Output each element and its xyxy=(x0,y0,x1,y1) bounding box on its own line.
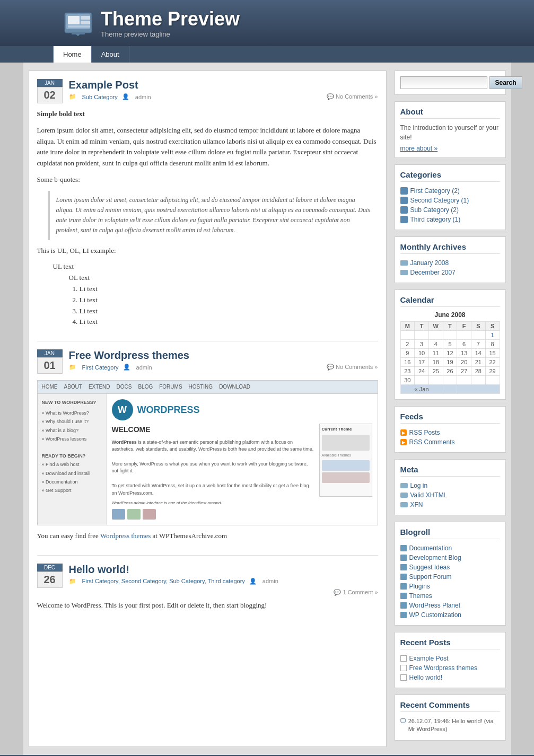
post-title-2[interactable]: Free Wordpress themes xyxy=(69,349,378,362)
about-widget: About The introduction to yourself or yo… xyxy=(395,101,506,158)
cal-cell: 14 xyxy=(471,349,486,358)
wp-nav-bar: HOME ABOUT EXTEND DOCS BLOG FORUMS HOSTI… xyxy=(38,381,378,394)
recent-post-2: Free Wordpress themes xyxy=(400,663,500,673)
meta-item-2[interactable]: Valid XHTML xyxy=(400,490,500,500)
cal-cell: 16 xyxy=(400,358,415,367)
cal-cell: 28 xyxy=(471,367,486,376)
post-body-3: Welcome to WordPress. This is your first… xyxy=(37,600,378,611)
folder-icon-2: 📁 xyxy=(69,364,76,371)
meta-item-3[interactable]: XFN xyxy=(400,500,500,509)
calendar-content: June 2008 M T W T F S S xyxy=(400,311,500,394)
blogroll-item-3[interactable]: Suggest Ideas xyxy=(400,562,500,572)
cal-cell: 4 xyxy=(428,340,443,349)
valid-icon-1 xyxy=(400,493,408,498)
wp-ready-link3: » Documentation xyxy=(42,478,102,486)
post-title-3[interactable]: Hello world! xyxy=(69,564,378,576)
cat-icon-1 xyxy=(400,187,408,195)
recent-posts-content: Example Post Free Wordpress themes Hello… xyxy=(400,654,500,682)
search-input[interactable] xyxy=(400,76,487,89)
post-day-3: 26 xyxy=(37,572,63,588)
cal-cell xyxy=(400,331,415,340)
category-item-3[interactable]: Sub Category (2) xyxy=(400,205,500,215)
cal-cell: 13 xyxy=(457,349,471,358)
post-month-1: JAN xyxy=(37,79,63,87)
search-form: Search xyxy=(400,76,500,89)
cal-cell: 22 xyxy=(485,358,500,367)
cal-cell[interactable]: 1 xyxy=(485,331,500,340)
comment-bubble-icon xyxy=(400,717,406,725)
archive-item-2[interactable]: December 2007 xyxy=(400,268,500,277)
search-button[interactable]: Search xyxy=(489,76,522,89)
post-example: JAN 02 Example Post 📁 Sub Category 👤 adm… xyxy=(37,79,378,328)
more-about-link[interactable]: more about » xyxy=(400,145,438,152)
cal-cell: 12 xyxy=(443,349,457,358)
cal-nav-next[interactable] xyxy=(457,385,500,394)
post-month-2: JAN xyxy=(37,349,63,357)
cal-th-s1: S xyxy=(471,322,486,331)
blogroll-item-8[interactable]: WP Customization xyxy=(400,610,500,620)
wp-nav-forums: FORUMS xyxy=(159,383,182,391)
wp-nav-extend: EXTEND xyxy=(89,383,110,391)
archive-item-1[interactable]: January 2008 xyxy=(400,258,500,268)
post-category-1[interactable]: Sub Category xyxy=(82,94,118,100)
sidebar: Search About The introduction to yoursel… xyxy=(395,71,506,747)
wp-content-row: WELCOME WordPress is a state-of-the-art … xyxy=(112,424,372,497)
recent-post-link-3[interactable]: Hello world! xyxy=(409,674,443,681)
meta-item-1[interactable]: Log in xyxy=(400,481,500,490)
category-item-1[interactable]: First Category (2) xyxy=(400,186,500,196)
wp-nav-download: DOWNLOAD xyxy=(219,383,250,391)
xfn-icon-1 xyxy=(400,502,408,507)
main-nav: Home About xyxy=(0,46,534,63)
cal-nav-row: « Jan xyxy=(400,385,500,394)
feed-item-1[interactable]: ▶ RSS Posts xyxy=(400,428,500,437)
cal-row-5: 23 24 25 26 27 28 29 xyxy=(400,367,500,376)
post-title-1[interactable]: Example Post xyxy=(69,79,378,91)
author-icon-1: 👤 xyxy=(122,93,129,100)
recent-posts-title: Recent Posts xyxy=(400,638,500,649)
post-category-2[interactable]: First Category xyxy=(82,364,119,371)
cal-cell: 25 xyxy=(428,367,443,376)
feed-item-2[interactable]: ▶ RSS Comments xyxy=(400,437,500,447)
post-categories-3[interactable]: First Category, Second Category, Sub Cat… xyxy=(82,578,245,584)
svg-rect-2 xyxy=(68,16,80,24)
wp-themes-link[interactable]: Wordpress themes xyxy=(100,532,151,540)
categories-title: Categories xyxy=(400,170,500,182)
wp-screenshot: HOME ABOUT EXTEND DOCS BLOG FORUMS HOSTI… xyxy=(37,380,378,525)
search-widget: Search xyxy=(395,71,506,95)
cal-nav-prev[interactable]: « Jan xyxy=(400,385,443,394)
cal-th-w: W xyxy=(428,322,443,331)
category-item-4[interactable]: Third category (1) xyxy=(400,215,500,224)
post-author-2: admin xyxy=(136,364,152,371)
blogroll-item-5[interactable]: Plugins xyxy=(400,582,500,591)
blogroll-item-4[interactable]: Support Forum xyxy=(400,572,500,582)
recent-post-link-2[interactable]: Free Wordpress themes xyxy=(409,664,478,672)
recent-post-link-1[interactable]: Example Post xyxy=(409,655,449,662)
cal-cell xyxy=(471,331,486,340)
meta-widget: Meta Log in Valid XHTML XFN xyxy=(395,459,506,515)
wp-theme-desc: Available Themes xyxy=(322,452,370,458)
recent-posts-widget: Recent Posts Example Post Free Wordpress… xyxy=(395,632,506,688)
category-item-2[interactable]: Second Category (1) xyxy=(400,196,500,205)
nav-item-about[interactable]: About xyxy=(92,46,129,63)
cal-cell: 3 xyxy=(415,340,429,349)
blogroll-widget: Blogroll Documentation Development Blog … xyxy=(395,522,506,626)
nav-item-home[interactable]: Home xyxy=(53,46,92,63)
blogroll-item-2[interactable]: Development Blog xyxy=(400,553,500,562)
wp-badge-2 xyxy=(127,509,141,520)
comment-item-1: 26.12.07, 19:46: Hello world! (via Mr Wo… xyxy=(400,716,500,735)
link-icon-2 xyxy=(400,555,407,561)
wp-footer-note: WordPress admin interface is one of the … xyxy=(112,500,372,507)
categories-content: First Category (2) Second Category (1) S… xyxy=(400,186,500,224)
cal-cell xyxy=(415,331,429,340)
blogroll-item-7[interactable]: WordPress Planet xyxy=(400,601,500,610)
blogroll-item-6[interactable]: Themes xyxy=(400,591,500,601)
main-content: JAN 02 Example Post 📁 Sub Category 👤 adm… xyxy=(29,71,387,747)
cal-th-t2: T xyxy=(443,322,457,331)
calendar-title: Calendar xyxy=(400,295,500,307)
ul-text: UL text xyxy=(53,261,378,272)
blogroll-item-1[interactable]: Documentation xyxy=(400,543,500,553)
cal-cell: 23 xyxy=(400,367,415,376)
archive-icon-2 xyxy=(400,270,408,275)
cal-cell xyxy=(457,331,471,340)
site-header: Theme Preview Theme preview tagline xyxy=(0,0,534,46)
